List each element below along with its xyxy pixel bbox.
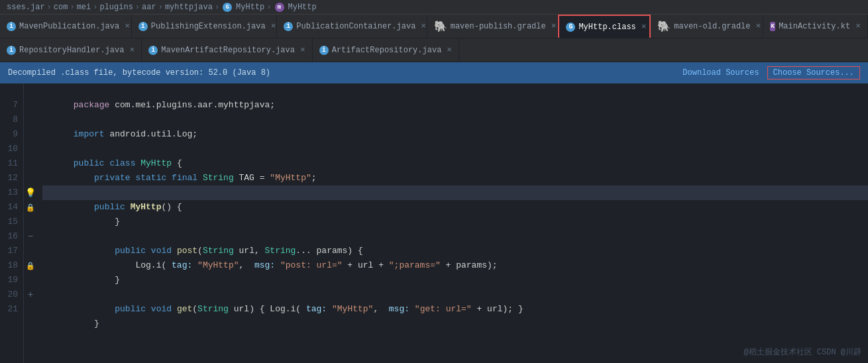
java-icon: i bbox=[148, 46, 158, 55]
code-line: public MyHttp() { bbox=[42, 185, 868, 200]
breadcrumb-item: m MyHttp bbox=[274, 3, 317, 12]
code-line: public class MyHttp { bbox=[42, 142, 868, 156]
breadcrumb: sses.jar › com › mei › plugins › aar › m… bbox=[0, 0, 868, 15]
tab-label: RepositoryHandler.java bbox=[19, 46, 124, 55]
code-line: import android.util.Log; bbox=[42, 113, 868, 127]
java-icon: i bbox=[319, 46, 329, 55]
tab-label: ArtifactRepository.java bbox=[332, 46, 442, 55]
tab-row-2: i RepositoryHandler.java × i MavenArtifa… bbox=[0, 38, 868, 62]
choose-sources-button[interactable]: Choose Sources... bbox=[767, 66, 860, 79]
tab-maven-publish-gradle[interactable]: 🐘 maven-publish.gradle × bbox=[427, 15, 559, 38]
tab-label: MainActivity.kt bbox=[779, 22, 850, 31]
breadcrumb-item: G MyHttp bbox=[221, 3, 264, 12]
tab-mainactivity-kt[interactable]: K MainActivity.kt × bbox=[763, 15, 868, 38]
code-line: public void post(String url, String... p… bbox=[42, 229, 868, 244]
close-icon[interactable]: × bbox=[551, 22, 557, 30]
tab-publishing-extension[interactable]: i PublishingExtension.java × bbox=[132, 15, 277, 38]
line-numbers: 7 8 9 10 11 12 13 14 15 16 17 18 19 20 2… bbox=[0, 83, 24, 363]
kt-icon: K bbox=[770, 22, 775, 31]
expand-icon: + bbox=[28, 289, 33, 300]
tab-label: MavenArtifactRepository.java bbox=[161, 46, 295, 55]
tab-label: MyHttp.class bbox=[578, 23, 635, 32]
breadcrumb-sep: › bbox=[93, 3, 97, 12]
breadcrumb-item: com bbox=[54, 3, 68, 12]
tab-maven-publication[interactable]: i MavenPublication.java × bbox=[0, 15, 132, 38]
tab-row-1: i MavenPublication.java × i PublishingEx… bbox=[0, 15, 868, 38]
breadcrumb-sep: › bbox=[47, 3, 52, 12]
tab-publication-container[interactable]: i PublicationContainer.java × bbox=[277, 15, 427, 38]
close-icon[interactable]: × bbox=[125, 22, 130, 30]
class-icon: G bbox=[566, 23, 575, 32]
code-editor: 7 8 9 10 11 12 13 14 15 16 17 18 19 20 2… bbox=[0, 83, 868, 363]
tab-maven-artifact-repo[interactable]: i MavenArtifactRepository.java × bbox=[142, 38, 312, 62]
breadcrumb-item: mei bbox=[77, 3, 91, 12]
breadcrumb-sep: › bbox=[135, 3, 140, 12]
close-icon[interactable]: × bbox=[855, 22, 861, 30]
tab-label: PublicationContainer.java bbox=[296, 22, 415, 31]
close-icon[interactable]: × bbox=[421, 22, 426, 30]
download-sources-link[interactable]: Download Sources bbox=[682, 68, 759, 78]
breadcrumb-item: sses.jar bbox=[7, 3, 45, 12]
breadcrumb-sep: › bbox=[70, 3, 74, 12]
info-bar: Decompiled .class file, bytecode version… bbox=[0, 62, 868, 83]
close-icon[interactable]: × bbox=[300, 46, 305, 54]
lock-icon: 🔒 bbox=[26, 262, 35, 270]
watermark: @稻土掘金技术社区 CSDN @川辟 bbox=[743, 346, 861, 358]
close-icon[interactable]: × bbox=[271, 22, 276, 30]
lock-icon: 🔒 bbox=[26, 203, 35, 212]
tab-label: maven-publish.gradle bbox=[451, 22, 546, 31]
breadcrumb-sep: › bbox=[215, 3, 219, 12]
code-gutter: 💡 🔒 − 🔒 + bbox=[24, 83, 37, 363]
tab-artifact-repository[interactable]: i ArtifactRepository.java × bbox=[313, 38, 459, 62]
code-line: public void get(String url) { Log.i( tag… bbox=[42, 287, 868, 302]
code-line bbox=[42, 273, 868, 287]
code-content: package com.mei.plugins.aar.myhttpjava; … bbox=[37, 83, 868, 363]
tab-label: MavenPublication.java bbox=[19, 22, 119, 31]
gradle-icon: 🐘 bbox=[657, 20, 671, 33]
close-icon[interactable]: × bbox=[641, 23, 647, 31]
code-line: package com.mei.plugins.aar.myhttpjava; bbox=[42, 83, 868, 98]
close-icon[interactable]: × bbox=[129, 46, 135, 54]
close-icon[interactable]: × bbox=[447, 46, 452, 54]
tab-repository-handler[interactable]: i RepositoryHandler.java × bbox=[0, 38, 142, 62]
breadcrumb-sep: › bbox=[266, 3, 271, 12]
tab-maven-old-gradle[interactable]: 🐘 maven-old.gradle × bbox=[651, 15, 763, 38]
decompiled-info-text: Decompiled .class file, bytecode version… bbox=[8, 68, 270, 78]
collapse-icon: − bbox=[28, 231, 33, 242]
breadcrumb-sep: › bbox=[158, 3, 163, 12]
breadcrumb-item: aar bbox=[142, 3, 156, 12]
tab-label: PublishingExtension.java bbox=[151, 22, 266, 31]
close-icon[interactable]: × bbox=[756, 22, 761, 30]
code-line bbox=[42, 215, 868, 229]
breadcrumb-item: myhttpjava bbox=[165, 3, 213, 12]
info-actions: Download Sources Choose Sources... bbox=[682, 66, 860, 79]
tab-label: maven-old.gradle bbox=[674, 22, 750, 31]
bulb-icon: 💡 bbox=[25, 187, 36, 198]
java-icon: i bbox=[7, 46, 16, 55]
breadcrumb-item: plugins bbox=[99, 3, 133, 12]
java-icon: i bbox=[284, 22, 293, 31]
java-icon: i bbox=[7, 22, 16, 31]
tab-myhttp-class[interactable]: G MyHttp.class × bbox=[558, 15, 651, 38]
gradle-icon: 🐘 bbox=[434, 20, 447, 33]
java-icon: i bbox=[138, 22, 148, 31]
